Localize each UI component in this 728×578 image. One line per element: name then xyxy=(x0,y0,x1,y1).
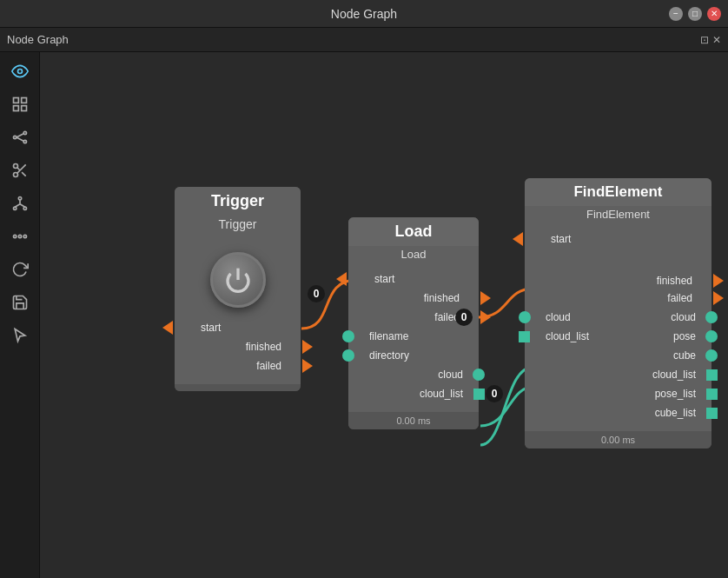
sidebar-save-icon[interactable] xyxy=(8,290,32,315)
find-cloud-in-port xyxy=(519,311,531,323)
svg-point-21 xyxy=(13,235,16,237)
find-finished-port-row: finished xyxy=(525,249,711,289)
trigger-failed-label: failed xyxy=(249,360,288,372)
load-directory-port xyxy=(342,349,354,362)
load-finished-port-row: finished xyxy=(348,289,479,308)
trigger-node: Trigger Trigger start xyxy=(175,187,301,391)
find-finished-port xyxy=(713,274,724,288)
load-start-port xyxy=(336,272,347,286)
window-title: Node Graph xyxy=(331,7,397,21)
panel-controls[interactable]: ⊡ ✕ xyxy=(700,34,721,46)
load-cloudlist-port xyxy=(473,389,485,400)
load-cloudlist-port-row: cloud_list 0 xyxy=(348,384,479,403)
close-button[interactable]: ✕ xyxy=(707,7,721,21)
trigger-body: start finished failed xyxy=(175,235,301,384)
find-header: FindElement xyxy=(525,178,711,206)
window-controls[interactable]: − □ ✕ xyxy=(669,7,721,21)
sidebar-grid-icon[interactable] xyxy=(8,92,32,116)
trigger-finished-port-row: finished xyxy=(175,337,301,356)
trigger-start-port xyxy=(162,321,173,335)
svg-point-16 xyxy=(13,207,16,209)
find-cloudlist-out-port xyxy=(706,369,718,381)
svg-rect-4 xyxy=(21,106,26,111)
find-cloudlist-in-row: cloud_list xyxy=(525,327,619,346)
trigger-subheader: Trigger xyxy=(175,216,301,235)
power-button[interactable] xyxy=(210,252,266,308)
svg-rect-2 xyxy=(21,98,26,103)
load-start-port-row: start xyxy=(348,269,479,289)
find-cloudlist-out-row: cloud_list xyxy=(619,365,712,384)
trigger-failed-port-row: failed xyxy=(175,356,301,375)
load-start-badge: 0 xyxy=(455,309,473,326)
load-directory-port-row: directory xyxy=(348,346,479,365)
find-subheader: FindElement xyxy=(525,206,711,224)
find-failed-port-row: failed xyxy=(525,289,711,308)
sidebar-refresh-icon[interactable] xyxy=(8,257,32,282)
panel-close-icon[interactable]: ✕ xyxy=(712,34,721,46)
svg-point-17 xyxy=(23,207,26,209)
find-cloudlist-out-label: cloud_list xyxy=(645,369,703,381)
load-failed-port xyxy=(480,310,491,324)
find-node: FindElement FindElement start finished f… xyxy=(525,178,711,448)
panel-header: Node Graph ⊡ ✕ xyxy=(0,28,728,52)
load-filename-port-row: filename xyxy=(348,327,479,346)
svg-point-15 xyxy=(18,197,21,200)
svg-line-13 xyxy=(22,172,26,176)
minimize-button[interactable]: − xyxy=(669,7,683,21)
load-footer: 0.00 ms xyxy=(348,412,479,429)
sidebar-cursor-icon[interactable] xyxy=(8,323,32,348)
svg-point-23 xyxy=(23,235,26,237)
trigger-finished-label: finished xyxy=(239,341,288,353)
svg-point-10 xyxy=(13,164,17,169)
find-cube-out-row: cube xyxy=(619,346,712,365)
sidebar-scissor-icon[interactable] xyxy=(8,158,32,183)
trigger-start-port-row: start xyxy=(175,318,301,337)
svg-point-11 xyxy=(13,173,17,177)
sidebar-tree-icon[interactable] xyxy=(8,191,32,216)
sidebar-node-icon[interactable] xyxy=(8,125,32,149)
find-start-label: start xyxy=(537,233,578,245)
svg-point-0 xyxy=(17,70,22,74)
load-subheader: Load xyxy=(348,246,479,264)
maximize-button[interactable]: □ xyxy=(688,7,702,21)
svg-line-19 xyxy=(15,204,20,207)
svg-line-20 xyxy=(20,204,25,207)
trigger-header: Trigger xyxy=(175,187,301,216)
trigger-failed-port xyxy=(302,359,313,373)
load-cloudlist-badge: 0 xyxy=(486,385,503,402)
load-finished-label: finished xyxy=(417,292,467,304)
find-poselist-out-port xyxy=(706,389,718,400)
find-cube-out-port xyxy=(705,349,718,362)
find-footer: 0.00 ms xyxy=(525,431,711,448)
find-cube-out-label: cube xyxy=(666,349,703,362)
find-finished-label: finished xyxy=(650,275,699,287)
sidebar xyxy=(0,52,40,578)
find-cloud-out-port xyxy=(705,311,718,323)
panel-title: Node Graph xyxy=(7,33,69,46)
find-cloud-out-label: cloud xyxy=(664,311,703,323)
canvas[interactable]: Trigger Trigger start xyxy=(40,52,728,578)
svg-point-5 xyxy=(13,136,16,138)
trigger-badge: 0 xyxy=(308,285,325,302)
find-poselist-out-row: pose_list xyxy=(619,384,712,403)
load-finished-port xyxy=(480,291,491,305)
load-body: start finished failed filename xyxy=(348,264,479,412)
sidebar-eye-icon[interactable] xyxy=(8,59,32,83)
load-filename-port xyxy=(342,330,354,342)
load-cloud-port xyxy=(473,369,485,381)
find-start-port xyxy=(513,232,523,246)
load-directory-label: directory xyxy=(357,349,416,362)
find-pose-out-row: pose xyxy=(619,327,712,346)
svg-line-8 xyxy=(16,134,23,137)
trigger-footer xyxy=(175,384,301,391)
find-cloud-out-row: cloud xyxy=(619,308,712,327)
sidebar-dots-icon[interactable] xyxy=(8,224,32,249)
find-cloudlist-in-label: cloud_list xyxy=(533,330,596,342)
find-start-port-row: start xyxy=(525,229,711,249)
find-failed-label: failed xyxy=(660,292,699,304)
find-cubelist-out-label: cube_list xyxy=(648,407,703,419)
load-cloud-port-row: cloud xyxy=(348,365,479,384)
panel-menu-icon[interactable]: ⊡ xyxy=(700,34,709,46)
find-cubelist-out-port xyxy=(706,408,718,419)
find-pose-out-port xyxy=(705,330,718,342)
